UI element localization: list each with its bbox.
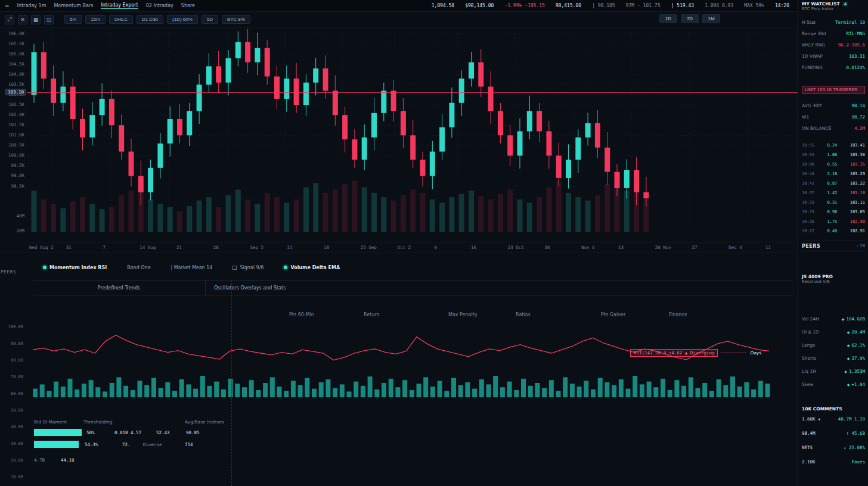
table-highlight-cell bbox=[34, 429, 82, 436]
toolbar-button-1[interactable]: 15m bbox=[85, 15, 106, 24]
column-header-3[interactable]: Ratios bbox=[516, 312, 531, 317]
legend-item-0[interactable]: Momentum Index RSI bbox=[43, 265, 107, 270]
tape-row-6[interactable]: 10:330.31103.11 bbox=[802, 198, 865, 207]
peers-header[interactable]: PEERS ‹ 18 bbox=[802, 241, 865, 251]
comment-left: 98.4M bbox=[802, 431, 816, 436]
tape-row-9[interactable]: 10:220.48102.91 bbox=[802, 226, 865, 236]
range-button-1d[interactable]: 1D bbox=[659, 14, 677, 23]
tape-row-4[interactable]: 10:410.87103.22 bbox=[802, 179, 865, 188]
stat-mid-label: AVG 30D bbox=[802, 103, 822, 108]
comments-section: 10K COMMENTS 1.60K ★40.7M 1.1098.4M↑ 45.… bbox=[798, 406, 868, 469]
legend-item-2[interactable]: | Market Mean 14 bbox=[171, 265, 213, 270]
time-axis[interactable]: Wed Aug 231714 Aug2128Sep 5111825 SepOct… bbox=[27, 242, 798, 253]
watchlist-badge: 4 bbox=[842, 2, 849, 7]
comment-right: Faves bbox=[851, 459, 865, 465]
column-header-4[interactable]: Pts Gainer bbox=[601, 312, 625, 317]
metric-row-2[interactable]: Longs◆62.1% bbox=[802, 338, 865, 351]
tape-row-2[interactable]: 10:480.55103.35 bbox=[802, 160, 865, 169]
stat-top-row-3[interactable]: 1D VWAP103.31 bbox=[802, 51, 865, 62]
metric-value-group: ◆62.1% bbox=[847, 342, 865, 348]
topbar-stat-8: MAX 59% bbox=[744, 3, 764, 8]
rsi-annotation-box[interactable]: RSI(14) 58.3 +4.62 ▲ Diverging bbox=[630, 349, 718, 357]
legend-label: Bond One bbox=[127, 265, 150, 270]
trading-terminal: ≡ Intraday 1mMomentum BarsIntraday Expor… bbox=[0, 0, 868, 486]
tape-row-7[interactable]: 10:290.96103.05 bbox=[802, 207, 865, 217]
toolbar-button-3[interactable]: D1 D30 bbox=[137, 15, 163, 24]
stat-mid-label: ON BALANCE bbox=[802, 126, 831, 131]
subtab-oscillators[interactable]: Oscillators Overlays and Stats bbox=[206, 281, 286, 295]
tape-row-3[interactable]: 10:442.10103.29 bbox=[802, 169, 865, 179]
grid-icon[interactable]: ▦ bbox=[31, 15, 41, 24]
tape-price: 103.11 bbox=[850, 200, 865, 205]
menu-item-4[interactable]: Share bbox=[181, 3, 195, 8]
tape-row-1[interactable]: 10:521.08103.38 bbox=[802, 150, 865, 160]
price-tick-label: 99.5K bbox=[11, 163, 24, 168]
metric-label: Longs bbox=[802, 342, 815, 348]
stat-top-row-2[interactable]: WKLY RNG96.2-105.6 bbox=[802, 39, 865, 51]
tape-row-8[interactable]: 10:261.75102.98 bbox=[802, 217, 865, 226]
comment-row-0[interactable]: 1.60K ★40.7M 1.10 bbox=[802, 412, 865, 426]
column-header-5[interactable]: Finance bbox=[669, 312, 687, 317]
tape-price: 103.35 bbox=[850, 162, 865, 167]
close-icon[interactable]: ✕ bbox=[18, 15, 27, 24]
metric-value: 104.02B bbox=[846, 316, 865, 322]
stat-top-row-4[interactable]: FUNDING0.0124% bbox=[802, 62, 865, 73]
table-highlight-cell bbox=[34, 441, 79, 448]
toolbar-button-4[interactable]: (1D) 60% bbox=[167, 15, 198, 24]
legend-dot-icon bbox=[284, 266, 287, 269]
metric-row-3[interactable]: Shorts◆37.9% bbox=[802, 351, 865, 364]
metric-row-0[interactable]: Vol 24H◆104.02B bbox=[802, 312, 865, 325]
comment-row-2[interactable]: NETS↓ 25.08% bbox=[802, 440, 865, 454]
stat-mid-row-0[interactable]: AVG 30D98.14 bbox=[802, 100, 865, 111]
diamond-icon: ◆ bbox=[847, 343, 850, 347]
legend-checkbox[interactable] bbox=[232, 266, 237, 270]
toolbar-button-6[interactable]: BTC 8% bbox=[222, 15, 250, 24]
stat-top-row-1[interactable]: Range 30dRTL·MNG bbox=[802, 28, 865, 39]
current-price-tag: 103.10 bbox=[5, 89, 26, 95]
menu-icon[interactable]: ≡ bbox=[5, 3, 10, 9]
legend-item-4[interactable]: Volume Delta EMA bbox=[284, 265, 340, 270]
toolbar-button-0[interactable]: 5m bbox=[64, 15, 82, 24]
oscillator-chart[interactable] bbox=[27, 325, 798, 399]
stat-top-row-0[interactable]: H StatTerminal 10 bbox=[802, 17, 865, 28]
column-header-0[interactable]: Pts 60-Min bbox=[289, 312, 314, 317]
layout-icon[interactable]: ◫ bbox=[44, 15, 54, 24]
range-button-7d[interactable]: 7D bbox=[681, 14, 699, 23]
stat-mid-row-1[interactable]: W198.72 bbox=[802, 111, 865, 123]
price-tick-label: 106.0K bbox=[8, 31, 24, 36]
topbar-stat-1: $98,145.00 bbox=[465, 3, 494, 8]
range-button-1m[interactable]: 1M bbox=[702, 14, 720, 23]
table-cell: 54.3% bbox=[85, 442, 98, 447]
column-header-1[interactable]: Return bbox=[364, 312, 380, 317]
fullscreen-icon[interactable]: ⤢ bbox=[5, 15, 14, 24]
legend-item-3[interactable]: Signal 9/6 bbox=[232, 265, 264, 270]
annotation-dash bbox=[721, 353, 746, 353]
price-tick-label: 101.5K bbox=[8, 122, 24, 127]
candlestick-chart[interactable] bbox=[27, 27, 798, 242]
column-header-2[interactable]: Max Penalty bbox=[448, 312, 478, 317]
comment-row-3[interactable]: 2.10KFaves bbox=[802, 454, 865, 469]
time-label: 21 bbox=[176, 245, 182, 250]
price-axis[interactable]: 106.0K105.5K105.0K104.5K104.0K103.5K103.… bbox=[0, 27, 27, 243]
comment-row-1[interactable]: 98.4M↑ 45.68 bbox=[802, 426, 865, 440]
metric-row-4[interactable]: Liq 1H◆1.353M bbox=[802, 364, 865, 378]
stat-top-label: H Stat bbox=[802, 20, 816, 25]
metric-row-1[interactable]: OI Δ 1D◆20.4M bbox=[802, 325, 865, 338]
alert-row[interactable]: LIMIT 103.10 TRIGGERED bbox=[802, 86, 865, 94]
stat-mid-row-2[interactable]: ON BALANCE4.2M bbox=[802, 123, 865, 134]
diamond-icon: ◆ bbox=[847, 330, 850, 334]
trade-tape: 10:550.24103.4110:521.08103.3810:480.551… bbox=[798, 141, 868, 236]
menu-item-1[interactable]: Momentum Bars bbox=[54, 3, 93, 8]
tape-row-5[interactable]: 10:371.42103.18 bbox=[802, 188, 865, 198]
legend-item-1[interactable]: Bond One bbox=[127, 265, 150, 270]
toolbar-button-5[interactable]: 5D bbox=[202, 15, 218, 24]
menu-item-2[interactable]: Intraday Export bbox=[101, 2, 138, 9]
metrics-list: Vol 24H◆104.02BOI Δ 1D◆20.4MLongs◆62.1%S… bbox=[798, 312, 868, 391]
diamond-icon: ◆ bbox=[847, 382, 850, 387]
menu-item-0[interactable]: Intraday 1m bbox=[17, 3, 46, 8]
toolbar-button-2[interactable]: OHLC bbox=[109, 15, 133, 24]
metric-row-5[interactable]: Skew◆+1.04 bbox=[802, 378, 865, 391]
subtab-predefined-trends[interactable]: Predefined Trends bbox=[33, 281, 206, 295]
menu-item-3[interactable]: 02 Intraday bbox=[146, 3, 173, 8]
tape-row-0[interactable]: 10:550.24103.41 bbox=[802, 141, 865, 150]
